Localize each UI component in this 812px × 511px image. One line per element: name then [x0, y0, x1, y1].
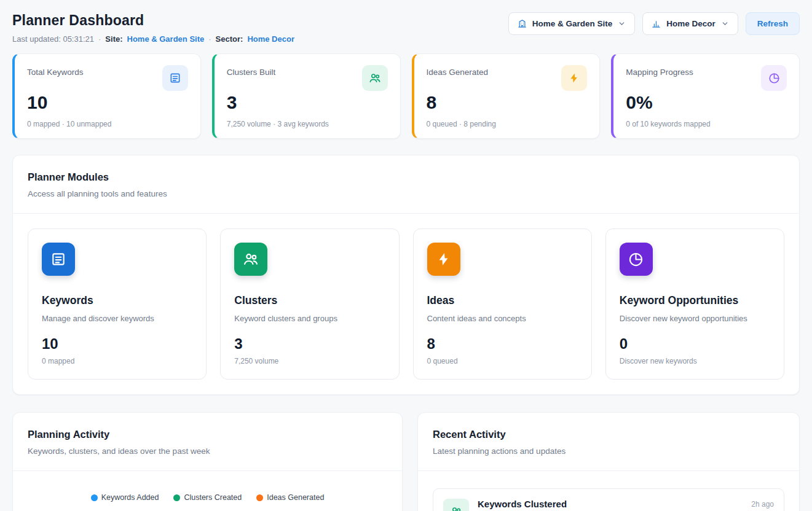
chart-legend: Keywords Added Clusters Created Ideas Ge…	[13, 471, 402, 502]
bottom-row: Planning Activity Keywords, clusters, an…	[12, 412, 800, 511]
legend-item-keywords-added: Keywords Added	[91, 493, 159, 502]
module-sub: 7,250 volume	[234, 357, 385, 365]
recent-activity-card: Recent Activity Latest planning actions …	[417, 412, 800, 511]
module-card-clusters[interactable]: Clusters Keyword clusters and groups 3 7…	[220, 228, 399, 380]
stat-card-clusters-built: Clusters Built 3 7,250 volume · 3 avg ke…	[212, 53, 401, 139]
stat-value: 10	[27, 92, 188, 113]
bar-chart-icon	[652, 19, 661, 28]
modules-subtitle: Access all planning tools and features	[28, 189, 784, 198]
chevron-down-icon	[721, 20, 729, 28]
module-value: 8	[427, 335, 578, 353]
planning-activity-title: Planning Activity	[28, 429, 387, 440]
planning-activity-header: Planning Activity Keywords, clusters, an…	[13, 413, 402, 470]
activity-list-item: Keywords Clustered 3 new clusters create…	[433, 488, 784, 511]
module-description: Discover new keyword opportunities	[620, 314, 770, 323]
module-value: 10	[42, 335, 192, 353]
modules-header: Planner Modules Access all planning tool…	[13, 155, 799, 213]
users-icon	[234, 243, 267, 276]
chevron-down-icon	[618, 20, 626, 28]
modules-grid: Keywords Manage and discover keywords 10…	[13, 214, 799, 394]
module-value: 0	[620, 335, 770, 353]
stat-sub: 0 queued · 8 pending	[427, 120, 588, 128]
meta-separator: ·	[208, 34, 211, 44]
legend-label: Ideas Generated	[267, 493, 324, 502]
meta-separator: ·	[98, 34, 101, 44]
legend-label: Keywords Added	[101, 493, 159, 502]
sector-link[interactable]: Home Decor	[247, 34, 294, 44]
module-sub: 0 mapped	[42, 357, 192, 365]
page-title: Planner Dashboard	[12, 12, 294, 29]
users-icon	[362, 65, 388, 91]
stat-label: Clusters Built	[227, 65, 276, 77]
site-link[interactable]: Home & Garden Site	[127, 34, 205, 44]
sector-selector-label: Home Decor	[666, 19, 715, 28]
refresh-button[interactable]: Refresh	[746, 12, 800, 35]
planning-activity-subtitle: Keywords, clusters, and ideas over the p…	[28, 447, 387, 456]
module-sub: Discover new keywords	[620, 357, 770, 365]
module-title: Clusters	[234, 294, 385, 307]
stat-sub: 0 of 10 keywords mapped	[626, 120, 787, 128]
stat-sub: 0 mapped · 10 unmapped	[27, 120, 188, 128]
header-left: Planner Dashboard Last updated: 05:31:21…	[12, 12, 294, 44]
site-label: Site:	[105, 34, 122, 44]
stat-label: Total Keywords	[27, 65, 84, 77]
legend-dot	[256, 494, 263, 501]
stat-label: Ideas Generated	[427, 65, 489, 77]
stats-row: Total Keywords 10 0 mapped · 10 unmapped…	[12, 53, 800, 139]
stat-sub: 7,250 volume · 3 avg keywords	[227, 120, 388, 128]
legend-dot	[173, 494, 180, 501]
module-title: Keywords	[42, 294, 192, 307]
activity-item-body: Keywords Clustered 3 new clusters create…	[478, 499, 743, 511]
module-description: Manage and discover keywords	[42, 314, 192, 323]
stat-card-total-keywords: Total Keywords 10 0 mapped · 10 unmapped	[12, 53, 201, 139]
page-header: Planner Dashboard Last updated: 05:31:21…	[12, 12, 800, 44]
stat-value: 8	[427, 92, 588, 113]
stat-value: 0%	[626, 92, 787, 113]
stat-label: Mapping Progress	[626, 65, 693, 77]
module-title: Ideas	[427, 294, 578, 307]
divider	[418, 470, 799, 471]
legend-item-ideas-generated: Ideas Generated	[256, 493, 324, 502]
modules-title: Planner Modules	[28, 171, 784, 183]
module-card-keyword-opportunities[interactable]: Keyword Opportunities Discover new keywo…	[605, 228, 784, 380]
activity-item-time: 2h ago	[751, 499, 774, 509]
bolt-icon	[561, 65, 587, 91]
stat-card-mapping-progress: Mapping Progress 0% 0 of 10 keywords map…	[611, 53, 800, 139]
module-description: Content ideas and concepts	[427, 314, 578, 323]
recent-activity-title: Recent Activity	[433, 429, 784, 440]
legend-label: Clusters Created	[184, 493, 242, 502]
module-description: Keyword clusters and groups	[234, 314, 385, 323]
document-icon	[42, 243, 75, 276]
planning-activity-card: Planning Activity Keywords, clusters, an…	[12, 412, 403, 511]
legend-dot	[91, 494, 98, 501]
users-icon	[443, 499, 469, 511]
recent-activity-subtitle: Latest planning actions and updates	[433, 447, 784, 456]
page-meta: Last updated: 05:31:21 · Site: Home & Ga…	[12, 34, 294, 44]
stat-card-ideas-generated: Ideas Generated 8 0 queued · 8 pending	[412, 53, 601, 139]
pie-chart-icon	[620, 243, 653, 276]
site-selector-label: Home & Garden Site	[532, 19, 613, 28]
last-updated-text: Last updated: 05:31:21	[12, 34, 94, 44]
module-value: 3	[234, 335, 385, 353]
header-controls: Home & Garden Site Home Decor Refresh	[508, 12, 800, 35]
module-card-ideas[interactable]: Ideas Content ideas and concepts 8 0 que…	[413, 228, 592, 380]
activity-item-title: Keywords Clustered	[478, 499, 743, 509]
planner-dashboard-page: Planner Dashboard Last updated: 05:31:21…	[0, 0, 812, 511]
module-sub: 0 queued	[427, 357, 578, 365]
sector-label: Sector:	[216, 34, 243, 44]
document-icon	[162, 65, 188, 91]
building-icon	[518, 19, 527, 28]
legend-item-clusters-created: Clusters Created	[173, 493, 242, 502]
bolt-icon	[427, 243, 460, 276]
module-card-keywords[interactable]: Keywords Manage and discover keywords 10…	[28, 228, 207, 380]
recent-activity-header: Recent Activity Latest planning actions …	[418, 413, 799, 470]
stat-value: 3	[227, 92, 388, 113]
site-selector-dropdown[interactable]: Home & Garden Site	[508, 12, 636, 35]
planner-modules-card: Planner Modules Access all planning tool…	[12, 155, 800, 395]
sector-selector-dropdown[interactable]: Home Decor	[642, 12, 738, 35]
module-title: Keyword Opportunities	[620, 294, 770, 307]
pie-chart-icon	[761, 65, 787, 91]
